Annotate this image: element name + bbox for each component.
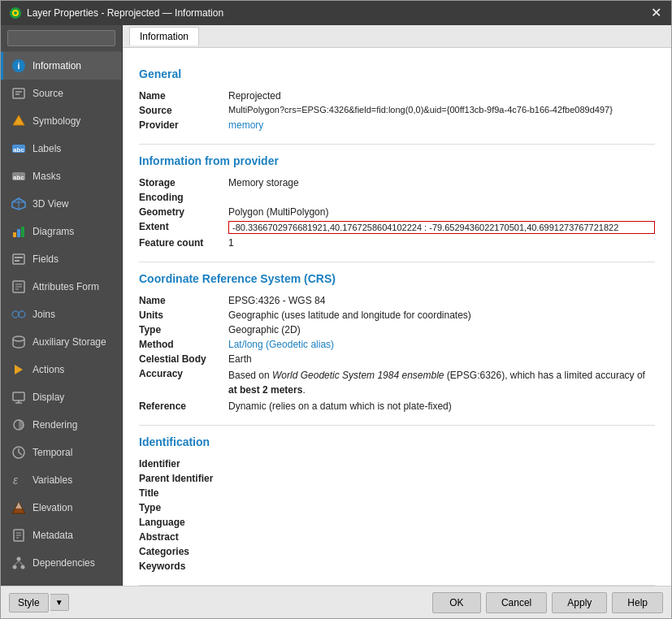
sidebar-item-variables[interactable]: ε Variables xyxy=(1,466,122,494)
ident-parent-label: Parent Identifier xyxy=(139,473,228,484)
sidebar-item-label: Actions xyxy=(33,364,64,375)
feature-count-row: Feature count 1 xyxy=(139,237,655,249)
svg-marker-29 xyxy=(15,365,23,374)
metadata-icon xyxy=(11,528,26,543)
accuracy-bold: at best 2 meters xyxy=(228,384,302,396)
sidebar-item-display[interactable]: Display xyxy=(1,383,122,411)
sidebar-item-joins[interactable]: Joins xyxy=(1,301,122,328)
general-name-value: Reprojected xyxy=(228,90,655,102)
ident-title-value xyxy=(228,487,655,499)
bottom-bar: Style ▼ OK Cancel Apply Help xyxy=(1,586,671,618)
symbology-icon xyxy=(11,114,26,128)
svg-rect-19 xyxy=(13,254,24,264)
extent-label: Extent xyxy=(139,221,228,234)
identification-table: Identifier Parent Identifier Title Type xyxy=(139,458,655,572)
sidebar-item-label: Symbology xyxy=(33,115,80,127)
layer-properties-window: Layer Properties - Reprojected — Informa… xyxy=(0,0,672,619)
ident-abstract-row: Abstract xyxy=(139,531,655,543)
sidebar-item-fields[interactable]: Fields xyxy=(1,245,122,273)
accuracy-mid: (EPSG:6326), which has a limited accurac… xyxy=(444,370,644,381)
ident-identifier-row: Identifier xyxy=(139,458,655,470)
dependencies-icon xyxy=(11,556,26,570)
sidebar-item-symbology[interactable]: Symbology xyxy=(1,107,122,135)
ident-language-label: Language xyxy=(139,517,228,528)
ident-keywords-row: Keywords xyxy=(139,561,655,572)
crs-units-value: Geographic (uses latitude and longitude … xyxy=(228,310,655,321)
encoding-value xyxy=(228,192,655,203)
sidebar-item-information[interactable]: i Information xyxy=(1,52,122,80)
style-button[interactable]: Style xyxy=(9,593,49,613)
ident-abstract-value xyxy=(228,531,655,543)
panel-content: General Name Reprojected Source MultiPol… xyxy=(123,48,671,586)
crs-reference-value: Dynamic (relies on a datum which is not … xyxy=(228,400,655,412)
ident-title-row: Title xyxy=(139,487,655,499)
sidebar-item-metadata[interactable]: Metadata xyxy=(1,522,122,549)
from-provider-header: Information from provider xyxy=(139,154,655,167)
svg-text:abc: abc xyxy=(13,146,24,154)
diagrams-icon xyxy=(11,224,26,239)
general-source-label: Source xyxy=(139,105,228,116)
feature-count-label: Feature count xyxy=(139,237,228,249)
sidebar-item-legend[interactable]: Legend xyxy=(1,577,122,586)
crs-name-row: Name EPSG:4326 - WGS 84 xyxy=(139,295,655,306)
sidebar-item-temporal[interactable]: Temporal xyxy=(1,439,122,466)
general-name-row: Name Reprojected xyxy=(139,90,655,102)
sidebar-item-3dview[interactable]: 3D View xyxy=(1,190,122,218)
sidebar-item-rendering[interactable]: Rendering xyxy=(1,411,122,439)
sidebar-item-labels[interactable]: abc Labels xyxy=(1,135,122,162)
sidebar-item-dependencies[interactable]: Dependencies xyxy=(1,549,122,577)
sidebar-item-auxiliary-storage[interactable]: Auxiliary Storage xyxy=(1,328,122,356)
sidebar-item-actions[interactable]: Actions xyxy=(1,356,122,383)
divider-3 xyxy=(139,425,655,426)
ident-type-value xyxy=(228,502,655,513)
style-dropdown-button[interactable]: ▼ xyxy=(50,594,69,611)
ident-parent-row: Parent Identifier xyxy=(139,473,655,484)
svg-point-27 xyxy=(19,311,25,318)
sidebar-item-label: Display xyxy=(33,392,64,403)
accuracy-post: . xyxy=(302,384,305,396)
display-icon xyxy=(11,390,26,405)
panel-tabs: Information xyxy=(123,25,671,48)
general-name-label: Name xyxy=(139,90,228,102)
apply-button[interactable]: Apply xyxy=(552,592,607,613)
svg-text:ε: ε xyxy=(13,474,19,487)
encoding-row: Encoding xyxy=(139,192,655,203)
ident-identifier-label: Identifier xyxy=(139,458,228,470)
cancel-button[interactable]: Cancel xyxy=(486,592,547,613)
help-button[interactable]: Help xyxy=(612,592,663,613)
svg-point-28 xyxy=(13,336,24,341)
sidebar-item-diagrams[interactable]: Diagrams xyxy=(1,218,122,245)
svg-marker-8 xyxy=(13,115,24,125)
crs-type-row: Type Geographic (2D) xyxy=(139,324,655,335)
tab-information[interactable]: Information xyxy=(129,27,199,45)
ident-keywords-value xyxy=(228,561,655,572)
sidebar-item-label: Auxiliary Storage xyxy=(33,336,106,348)
ident-categories-row: Categories xyxy=(139,546,655,557)
crs-method-label: Method xyxy=(139,339,228,350)
sidebar-item-label: Attributes Form xyxy=(33,281,99,292)
svg-text:i: i xyxy=(17,61,20,71)
general-provider-row: Provider memory xyxy=(139,119,655,131)
sidebar-search-input[interactable] xyxy=(7,30,115,46)
svg-line-36 xyxy=(19,452,22,455)
ok-button[interactable]: OK xyxy=(432,592,481,613)
dialog-buttons: OK Cancel Apply Help xyxy=(432,592,663,613)
3dview-icon xyxy=(11,197,26,211)
svg-rect-20 xyxy=(15,257,23,258)
ident-parent-value xyxy=(228,473,655,484)
sidebar-item-label: Elevation xyxy=(33,502,72,513)
temporal-icon xyxy=(11,445,26,460)
sidebar-item-source[interactable]: Source xyxy=(1,80,122,107)
geometry-label: Geometry xyxy=(139,206,228,218)
sidebar-item-elevation[interactable]: Elevation xyxy=(1,494,122,522)
close-button[interactable]: ✕ xyxy=(649,6,663,19)
crs-header: Coordinate Reference System (CRS) xyxy=(139,272,655,285)
svg-rect-16 xyxy=(13,232,16,237)
crs-body-value: Earth xyxy=(228,353,655,365)
labels-icon: abc xyxy=(11,141,26,156)
divider-1 xyxy=(139,144,655,145)
crs-method-row: Method Lat/long (Geodetic alias) xyxy=(139,339,655,350)
sidebar-item-masks[interactable]: abc Masks xyxy=(1,162,122,190)
crs-method-value: Lat/long (Geodetic alias) xyxy=(228,339,655,350)
sidebar-item-attributes-form[interactable]: Attributes Form xyxy=(1,273,122,301)
